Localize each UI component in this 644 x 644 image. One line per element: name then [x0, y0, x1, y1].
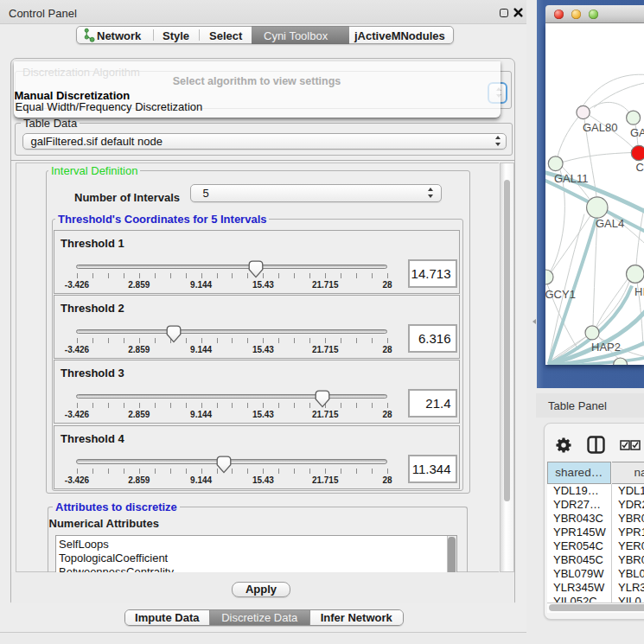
svg-text:GAL4: GAL4 — [630, 125, 644, 138]
svg-text:HAP2: HAP2 — [591, 341, 621, 354]
svg-text:CY: CY — [636, 161, 644, 174]
svg-text:GAL11: GAL11 — [554, 172, 589, 185]
svg-text:GAL80: GAL80 — [583, 120, 617, 133]
svg-text:GAL4: GAL4 — [596, 216, 624, 229]
svg-text:GCY1: GCY1 — [545, 287, 576, 300]
svg-text:HIS4: HIS4 — [634, 284, 644, 297]
